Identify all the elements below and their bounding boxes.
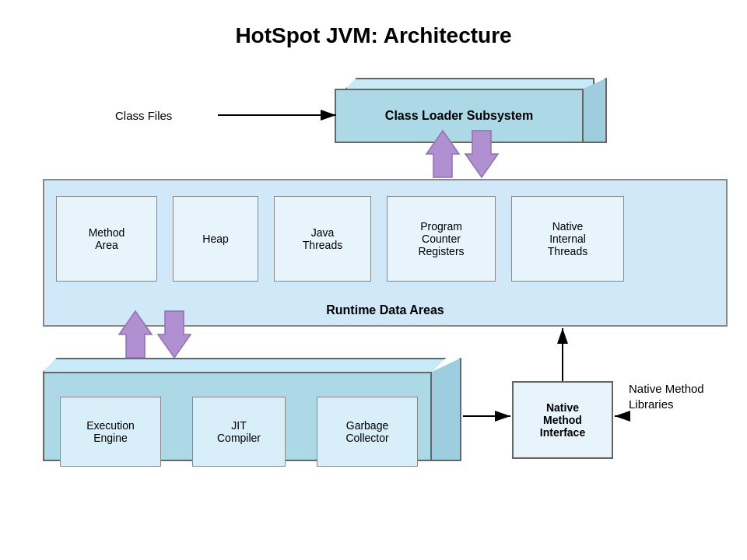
class-loader-side (584, 78, 607, 143)
heap-box: Heap (173, 196, 258, 282)
exec-side (432, 358, 461, 461)
native-method-interface-box: Native Method Interface (512, 381, 613, 459)
native-method-interface-label: Native Method Interface (540, 401, 585, 439)
exec-front: ExecutionEngine JITCompiler GarbageColle… (43, 372, 432, 461)
exec-top (43, 358, 446, 372)
class-loader-top (345, 78, 594, 89)
page-title: HotSpot JVM: Architecture (0, 23, 747, 48)
class-files-label: Class Files (115, 109, 172, 122)
class-loader-label: Class Loader Subsystem (385, 109, 533, 123)
native-internal-threads-box: NativeInternalThreads (511, 196, 624, 282)
program-counter-box: ProgramCounterRegisters (387, 196, 496, 282)
class-loader-front: Class Loader Subsystem (335, 89, 584, 143)
runtime-data-areas-box: MethodArea Heap JavaThreads ProgramCount… (43, 179, 728, 327)
native-method-libraries-label: Native Method Libraries (629, 381, 747, 411)
java-threads-box: JavaThreads (274, 196, 371, 282)
class-loader-box: Class Loader Subsystem (335, 78, 607, 140)
execution-engine-box: ExecutionEngine (60, 397, 161, 467)
runtime-label: Runtime Data Areas (44, 303, 726, 317)
method-area-box: MethodArea (56, 196, 157, 282)
exec-engine-area: ExecutionEngine JITCompiler GarbageColle… (43, 358, 463, 459)
garbage-collector-box: GarbageCollector (317, 397, 418, 467)
jit-compiler-box: JITCompiler (192, 397, 286, 467)
diagram: HotSpot JVM: Architecture Class Files Cl… (0, 0, 747, 560)
